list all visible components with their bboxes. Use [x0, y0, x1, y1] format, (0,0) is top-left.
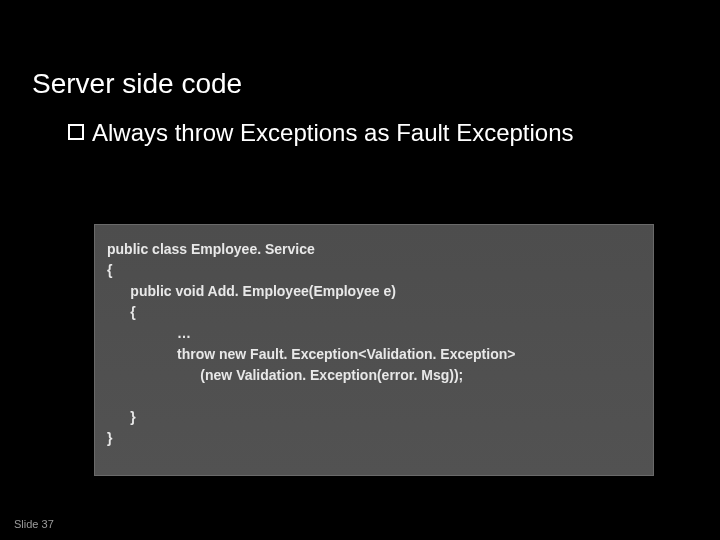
code-block: public class Employee. Service { public … [94, 224, 654, 476]
code-line: { [107, 304, 136, 320]
slide-number: Slide 37 [14, 518, 54, 530]
code-line: throw new Fault. Exception<Validation. E… [107, 346, 515, 362]
bullet-icon [68, 124, 84, 140]
code-line: } [107, 409, 136, 425]
slide-title: Server side code [32, 68, 242, 100]
code-line: (new Validation. Exception(error. Msg)); [107, 367, 463, 383]
code-line: … [107, 325, 191, 341]
slide: Server side code Always throw Exceptions… [0, 0, 720, 540]
code-line: { [107, 262, 112, 278]
bullet-item: Always throw Exceptions as Fault Excepti… [68, 118, 680, 148]
slide-body: Always throw Exceptions as Fault Excepti… [68, 118, 680, 148]
bullet-text: Always throw Exceptions as Fault Excepti… [92, 118, 574, 148]
code-line: } [107, 430, 112, 446]
code-line: public void Add. Employee(Employee e) [107, 283, 396, 299]
code-line: public class Employee. Service [107, 241, 315, 257]
